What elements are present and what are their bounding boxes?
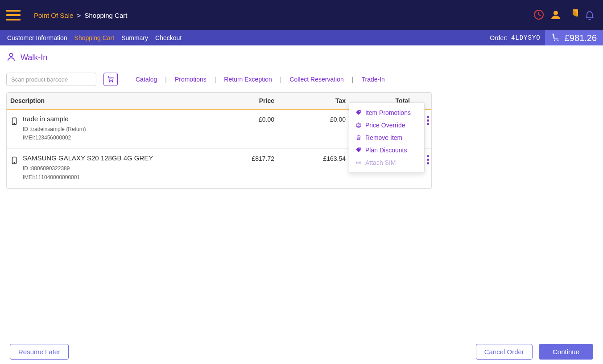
svg-rect-19 [359, 162, 359, 164]
menu-price-override[interactable]: Price Override [349, 119, 424, 131]
breadcrumb-separator: > [77, 12, 81, 19]
row-context-menu: Item Promotions Price Override Remove It… [349, 102, 425, 173]
col-description: Description [10, 97, 214, 104]
item-imei: IMEI:111040000000001 [23, 173, 153, 182]
svg-point-4 [9, 53, 12, 57]
item-price: £817.72 [214, 154, 285, 181]
row-description: trade in sample ID :tradeinsample (Retur… [10, 115, 214, 142]
item-price: £0.00 [214, 115, 285, 142]
toolbar-row: Catalog | Promotions | Return Exception … [6, 73, 597, 86]
customer-name: Walk-In [21, 53, 47, 62]
person-icon [6, 52, 16, 64]
svg-rect-16 [357, 162, 358, 164]
cart-total: £981.26 [565, 33, 597, 43]
link-catalog[interactable]: Catalog [136, 76, 157, 83]
footer-actions: Resume Later Cancel Order Continue [0, 339, 603, 364]
menu-label: Remove Item [365, 134, 402, 141]
customer-row[interactable]: Walk-In [6, 52, 597, 64]
step-tabs: Customer Information Shopping Cart Summa… [0, 30, 603, 45]
continue-button[interactable]: Continue [539, 344, 593, 360]
svg-rect-21 [360, 162, 361, 164]
svg-point-8 [14, 123, 15, 124]
link-return-exception[interactable]: Return Exception [224, 76, 272, 83]
add-to-cart-button[interactable] [103, 73, 118, 86]
menu-attach-sim[interactable]: Attach SIM [349, 156, 424, 169]
pie-chart-icon[interactable] [567, 9, 578, 21]
tab-summary[interactable]: Summary [118, 34, 152, 41]
link-separator: | [215, 76, 216, 83]
breadcrumb: Point Of Sale > Shopping Cart [34, 12, 127, 19]
order-info: Order: 4LDYSYO £981.26 [490, 30, 603, 45]
cart-icon [551, 33, 560, 43]
link-separator: | [352, 76, 354, 83]
device-icon [10, 154, 18, 167]
app-header: Point Of Sale > Shopping Cart [0, 0, 603, 30]
item-tax: £0.00 [285, 115, 356, 142]
breadcrumb-root[interactable]: Point Of Sale [34, 12, 73, 19]
svg-point-2 [554, 40, 555, 41]
item-name: SAMSUNG GALAXY S20 128GB 4G GREY [23, 154, 153, 162]
item-name: trade in sample [23, 115, 86, 123]
item-tax: £163.54 [285, 154, 356, 181]
svg-rect-18 [358, 162, 359, 164]
tab-customer-info[interactable]: Customer Information [4, 34, 71, 41]
user-icon[interactable] [550, 9, 561, 21]
link-promotions[interactable]: Promotions [175, 76, 207, 83]
header-icon-group [533, 9, 595, 21]
svg-rect-20 [359, 162, 360, 164]
svg-point-13 [358, 124, 359, 126]
item-id: ID :tradeinsample (Return) [23, 125, 86, 134]
menu-label: Plan Discounts [365, 147, 407, 154]
link-separator: | [165, 76, 167, 83]
col-tax: Tax [285, 97, 356, 104]
tab-checkout[interactable]: Checkout [152, 34, 185, 41]
order-label: Order: [490, 34, 511, 41]
menu-remove-item[interactable]: Remove Item [349, 131, 424, 144]
resume-later-button[interactable]: Resume Later [10, 344, 69, 360]
clock-icon[interactable] [533, 9, 544, 21]
menu-label: Price Override [365, 122, 405, 129]
svg-point-11 [359, 111, 360, 112]
device-icon [10, 115, 18, 128]
svg-rect-15 [356, 162, 357, 164]
barcode-input[interactable] [6, 73, 96, 86]
cart-total-box[interactable]: £981.26 [545, 30, 603, 45]
item-id: ID :8806090322389 [23, 164, 153, 173]
menu-icon[interactable] [6, 10, 21, 20]
menu-label: Item Promotions [365, 109, 411, 116]
cancel-order-button[interactable]: Cancel Order [476, 344, 533, 360]
row-description: SAMSUNG GALAXY S20 128GB 4G GREY ID :880… [10, 154, 214, 181]
breadcrumb-current: Shopping Cart [85, 12, 128, 19]
col-price: Price [214, 97, 285, 104]
svg-point-5 [109, 81, 110, 82]
main-content: Walk-In Catalog | Promotions | Return Ex… [0, 45, 603, 195]
svg-point-3 [557, 40, 558, 41]
menu-item-promotions[interactable]: Item Promotions [349, 106, 424, 119]
link-separator: | [280, 76, 282, 83]
order-id: 4LDYSYO [511, 34, 545, 41]
svg-point-1 [553, 11, 558, 15]
link-collect-reservation[interactable]: Collect Reservation [289, 76, 343, 83]
item-imei: IMEI:123456000002 [23, 134, 86, 142]
svg-rect-17 [358, 162, 358, 164]
svg-point-14 [359, 148, 360, 149]
menu-label: Attach SIM [365, 159, 396, 166]
tab-shopping-cart[interactable]: Shopping Cart [71, 34, 118, 41]
row-actions-button[interactable] [424, 155, 432, 164]
row-actions-button[interactable] [424, 116, 432, 125]
svg-point-6 [112, 81, 113, 82]
svg-point-10 [14, 163, 15, 164]
menu-plan-discounts[interactable]: Plan Discounts [349, 144, 424, 156]
link-trade-in[interactable]: Trade-In [361, 76, 384, 83]
bell-icon[interactable] [584, 9, 595, 21]
cart-table: Description Price Tax Total trade in sam… [6, 92, 432, 189]
link-bar: Catalog | Promotions | Return Exception … [136, 76, 385, 83]
